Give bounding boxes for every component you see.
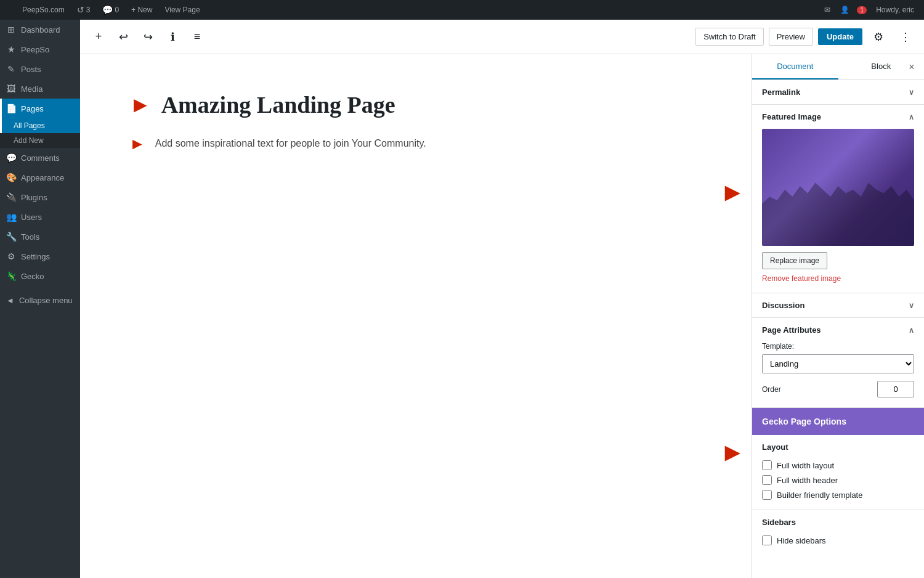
wp-logo-item[interactable]: W xyxy=(5,0,15,20)
arrow-title: ► xyxy=(129,92,152,118)
page-subtitle-text[interactable]: Add some inspirational text for people t… xyxy=(155,138,426,149)
sidebar-item-label: Users xyxy=(21,213,42,222)
editor-toolbar: + ↩ ↪ ℹ ≡ Switch to Draft Preview Update… xyxy=(80,20,924,54)
site-name: PeepSo.com xyxy=(22,6,65,14)
order-input[interactable] xyxy=(877,381,914,397)
more-options-button[interactable]: ⋮ xyxy=(894,26,917,48)
adminbar-right: ✉ 👤 1 Howdy, eric xyxy=(819,0,919,20)
permalink-chevron: ∨ xyxy=(909,88,914,97)
featured-image-body: Replace image Remove featured image xyxy=(752,129,924,293)
sidebar-item-peepso[interactable]: ★ PeepSo xyxy=(0,39,80,59)
comments-item[interactable]: 💬 0 xyxy=(97,0,124,20)
collapse-menu-button[interactable]: ◄ Collapse menu xyxy=(0,291,80,310)
full-width-header-row[interactable]: Full width header xyxy=(762,473,914,487)
tools-icon: 🔧 xyxy=(6,232,16,242)
howdy-text: Howdy, eric xyxy=(876,6,914,14)
order-label: Order xyxy=(762,385,781,394)
featured-image-title: Featured Image xyxy=(762,112,821,121)
remove-featured-image-link[interactable]: Remove featured image xyxy=(762,274,841,283)
sidebar-item-label: Appearance xyxy=(21,173,64,182)
list-view-button[interactable]: ≡ xyxy=(186,26,208,48)
sidebar-item-add-new[interactable]: Add New xyxy=(0,133,80,148)
arrow-subtitle: ► xyxy=(129,134,145,153)
new-label: + New xyxy=(131,6,152,14)
update-badge: 1 xyxy=(857,6,867,14)
tab-document[interactable]: Document xyxy=(752,54,838,79)
editor-canvas[interactable]: ► Amazing Landing Page ► Add some inspir… xyxy=(80,54,752,578)
hide-sidebars-row[interactable]: Hide sidebars xyxy=(762,533,914,548)
layout-title: Layout xyxy=(762,442,914,452)
media-icon: 🖼 xyxy=(6,84,16,94)
template-select[interactable]: Default Template Landing Full Width Blan… xyxy=(762,354,914,373)
builder-friendly-checkbox[interactable] xyxy=(762,490,772,500)
sidebar-tabs: Document Block × xyxy=(752,54,924,80)
update-button[interactable]: Update xyxy=(818,28,862,45)
sidebars-title: Sidebars xyxy=(762,518,914,527)
undo-button[interactable]: ↩ xyxy=(112,26,134,48)
sidebar-item-label: Pages xyxy=(21,104,44,113)
revisions-item[interactable]: ↺ 3 xyxy=(72,0,95,20)
info-button[interactable]: ℹ xyxy=(161,26,184,48)
permalink-title: Permalink xyxy=(762,88,800,97)
sidebar-item-dashboard[interactable]: ⊞ Dashboard xyxy=(0,20,80,39)
comments-icon: 💬 xyxy=(102,5,113,15)
sidebar-item-label: Plugins xyxy=(21,193,47,202)
gecko-icon: 🦎 xyxy=(6,271,16,281)
sidebar-close-button[interactable]: × xyxy=(904,60,919,75)
view-page-label: View Page xyxy=(164,6,200,14)
sidebar-item-appearance[interactable]: 🎨 Appearance xyxy=(0,168,80,187)
redo-button[interactable]: ↪ xyxy=(137,26,159,48)
sidebar-item-users[interactable]: 👥 Users xyxy=(0,207,80,227)
sidebar-item-tools[interactable]: 🔧 Tools xyxy=(0,227,80,246)
sidebar-item-all-pages[interactable]: All Pages xyxy=(0,118,80,133)
users-icon[interactable]: 👤 xyxy=(837,2,853,18)
site-name-item[interactable]: PeepSo.com xyxy=(17,0,70,20)
all-pages-label: All Pages xyxy=(14,121,45,130)
featured-image-header[interactable]: Featured Image ∧ xyxy=(752,105,924,129)
sidebar-item-comments[interactable]: 💬 Comments xyxy=(0,148,80,168)
new-item[interactable]: + New xyxy=(126,0,157,20)
preview-button[interactable]: Preview xyxy=(769,28,813,46)
sidebar-item-plugins[interactable]: 🔌 Plugins xyxy=(0,187,80,207)
settings-gear-button[interactable]: ⚙ xyxy=(867,26,890,48)
sidebar-item-posts[interactable]: ✎ Posts xyxy=(0,59,80,79)
pages-submenu: All Pages Add New xyxy=(0,118,80,148)
view-page-item[interactable]: View Page xyxy=(160,0,205,20)
full-width-layout-checkbox[interactable] xyxy=(762,460,772,470)
settings-icon: ⚙ xyxy=(6,251,16,261)
add-block-button[interactable]: + xyxy=(87,26,110,48)
builder-friendly-label: Builder friendly template xyxy=(777,490,862,500)
permalink-header[interactable]: Permalink ∨ xyxy=(752,80,924,104)
page-attributes-header[interactable]: Page Attributes ∧ xyxy=(752,318,924,342)
sidebar-item-settings[interactable]: ⚙ Settings xyxy=(0,246,80,266)
full-width-layout-row[interactable]: Full width layout xyxy=(762,458,914,473)
comments-menu-icon: 💬 xyxy=(6,153,16,163)
arrow-featured-image: ► xyxy=(719,177,745,207)
peepso-icon: ★ xyxy=(6,44,16,54)
appearance-icon: 🎨 xyxy=(6,173,16,182)
page-title-text[interactable]: Amazing Landing Page xyxy=(161,91,395,120)
hide-sidebars-checkbox[interactable] xyxy=(762,535,772,545)
page-subtitle-block: ► Add some inspirational text for people… xyxy=(129,134,702,153)
sidebar-item-label: Posts xyxy=(21,65,41,74)
howdy-item[interactable]: Howdy, eric xyxy=(871,0,919,20)
gecko-header-text: Gecko Page Options xyxy=(762,417,846,426)
hide-sidebars-label: Hide sidebars xyxy=(777,536,826,545)
builder-friendly-row[interactable]: Builder friendly template xyxy=(762,487,914,502)
mail-icon[interactable]: ✉ xyxy=(819,2,835,18)
page-attributes-body: Template: Default Template Landing Full … xyxy=(752,342,924,407)
full-width-header-label: Full width header xyxy=(777,476,838,485)
featured-image-section: Featured Image ∧ Replace image Remove fe… xyxy=(752,105,924,293)
replace-image-button[interactable]: Replace image xyxy=(762,252,827,269)
full-width-header-checkbox[interactable] xyxy=(762,475,772,485)
discussion-header[interactable]: Discussion ∨ xyxy=(752,293,924,317)
permalink-section: Permalink ∨ xyxy=(752,80,924,105)
updates-icon[interactable]: 1 xyxy=(854,2,870,18)
sidebar-item-pages[interactable]: 📄 Pages xyxy=(0,99,80,118)
page-attributes-section: Page Attributes ∧ Template: Default Temp… xyxy=(752,318,924,408)
sidebar-item-media[interactable]: 🖼 Media xyxy=(0,79,80,99)
page-attributes-chevron: ∧ xyxy=(909,326,914,335)
sidebar-item-gecko[interactable]: 🦎 Gecko xyxy=(0,266,80,286)
sidebar-item-label: PeepSo xyxy=(21,45,49,54)
switch-to-draft-button[interactable]: Switch to Draft xyxy=(695,28,764,46)
